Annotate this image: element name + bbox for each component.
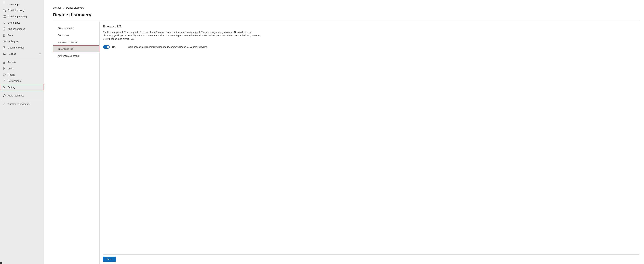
- breadcrumb-device-discovery[interactable]: Device discovery: [66, 6, 84, 9]
- svg-point-26: [4, 53, 4, 53]
- sidebar-item-files[interactable]: Files: [0, 32, 44, 38]
- sidebar-item-label: Policies: [8, 53, 39, 55]
- svg-point-3: [4, 11, 5, 11]
- link-icon: [3, 40, 6, 43]
- gear-icon: [3, 86, 6, 89]
- key-icon: [3, 79, 6, 83]
- grid-icon: [3, 15, 6, 18]
- svg-line-4: [5, 11, 6, 12]
- content-panel: Enterprise IoT Enable enterprise IoT sec…: [100, 21, 639, 264]
- svg-point-28: [4, 54, 5, 55]
- audit-icon: [3, 67, 6, 70]
- health-icon: [3, 73, 6, 76]
- subnav: Discovery setup Exclusions Monitored net…: [53, 21, 100, 264]
- sidebar-item-cloud-discovery[interactable]: Cloud discovery: [0, 7, 44, 13]
- toggle-state-label: On: [112, 46, 122, 48]
- svg-rect-6: [4, 15, 6, 16]
- pencil-icon: [3, 103, 6, 106]
- svg-rect-8: [4, 17, 6, 18]
- sidebar-item-cloud-app-catalog[interactable]: Cloud app catalog: [0, 13, 44, 19]
- svg-line-13: [4, 23, 4, 23]
- sidebar: Cloud apps Cloud discovery Cloud app cat…: [0, 0, 44, 264]
- subnav-label: Exclusions: [58, 34, 69, 36]
- toggle-row: On Gain access to vulnerability data and…: [103, 45, 639, 49]
- svg-point-9: [3, 22, 4, 23]
- svg-point-37: [4, 95, 4, 95]
- breadcrumb: Settings Device discovery: [53, 6, 639, 9]
- sidebar-item-label: Cloud apps: [8, 4, 20, 6]
- sidebar-item-cloud-apps[interactable]: Cloud apps: [0, 4, 44, 7]
- svg-point-11: [4, 23, 5, 24]
- sidebar-item-label: Permissions: [8, 80, 41, 82]
- svg-point-10: [4, 22, 5, 22]
- svg-rect-21: [3, 47, 5, 49]
- enterprise-iot-toggle[interactable]: [103, 45, 110, 49]
- save-button[interactable]: Save: [103, 257, 116, 262]
- svg-point-34: [4, 87, 5, 88]
- svg-rect-7: [3, 17, 4, 18]
- sidebar-item-governance-log[interactable]: Governance log: [0, 44, 44, 51]
- sidebar-item-label: Activity log: [8, 40, 41, 43]
- nav-separator: [2, 100, 41, 100]
- hamburger-menu[interactable]: [0, 0, 44, 4]
- sidebar-item-label: Health: [8, 73, 41, 76]
- subnav-label: Monitored networks: [58, 41, 78, 43]
- section-title: Enterprise IoT: [103, 25, 639, 28]
- footer-bar: Save: [103, 255, 639, 264]
- cloud-discovery-icon: [3, 9, 6, 12]
- svg-line-33: [5, 80, 5, 81]
- oauth-icon: [3, 21, 6, 24]
- sidebar-item-oauth-apps[interactable]: OAuth apps: [0, 19, 44, 26]
- sidebar-item-label: Audit: [8, 67, 41, 70]
- subnav-label: Enterprise IoT: [58, 48, 74, 50]
- sidebar-item-activity-log[interactable]: Activity log: [0, 38, 44, 44]
- sidebar-item-label: Files: [8, 34, 41, 36]
- sidebar-item-permissions[interactable]: Permissions: [0, 78, 44, 84]
- subnav-exclusions[interactable]: Exclusions: [53, 32, 100, 39]
- sidebar-item-label: Cloud app catalog: [8, 15, 41, 18]
- svg-line-12: [4, 22, 4, 22]
- nav-separator: [2, 58, 41, 58]
- breadcrumb-settings[interactable]: Settings: [53, 6, 62, 9]
- subnav-label: Authenticated scans: [58, 55, 79, 57]
- file-icon: [3, 34, 6, 37]
- info-icon: [3, 94, 6, 97]
- sidebar-item-label: OAuth apps: [8, 21, 41, 24]
- sidebar-item-policies[interactable]: Policies: [0, 51, 44, 57]
- subnav-label: Discovery setup: [58, 27, 74, 30]
- sidebar-item-settings[interactable]: Settings: [0, 84, 44, 90]
- chevron-right-icon: [63, 7, 64, 8]
- sidebar-item-label: More resources: [8, 94, 41, 97]
- subnav-authenticated-scans[interactable]: Authenticated scans: [53, 52, 100, 59]
- clipboard-icon: [3, 27, 6, 30]
- toggle-description: Gain access to vulnerability data and re…: [128, 46, 208, 48]
- chart-icon: [3, 61, 6, 64]
- subnav-enterprise-iot[interactable]: Enterprise IoT: [53, 45, 100, 52]
- sidebar-item-customize-navigation[interactable]: Customize navigation: [0, 101, 44, 107]
- subnav-monitored-networks[interactable]: Monitored networks: [53, 39, 100, 45]
- sidebar-item-label: Customize navigation: [8, 103, 41, 105]
- svg-point-29: [4, 68, 5, 69]
- page-title: Device discovery: [53, 12, 639, 17]
- svg-rect-14: [3, 28, 5, 30]
- sidebar-item-label: App governance: [8, 28, 41, 30]
- sidebar-item-more-resources[interactable]: More resources: [0, 92, 44, 99]
- sidebar-item-health[interactable]: Health: [0, 72, 44, 78]
- sidebar-item-label: Reports: [8, 61, 41, 64]
- sidebar-item-label: Cloud discovery: [8, 9, 41, 12]
- chevron-down-icon: [39, 53, 41, 55]
- svg-rect-5: [3, 15, 4, 16]
- clipboard-icon: [3, 46, 6, 49]
- sidebar-item-audit[interactable]: Audit: [0, 65, 44, 72]
- sidebar-item-app-governance[interactable]: App governance: [0, 26, 44, 32]
- subnav-discovery-setup[interactable]: Discovery setup: [53, 25, 100, 32]
- main-area: Settings Device discovery Device discove…: [44, 0, 644, 264]
- section-description: Enable enterprise IoT security with Defe…: [103, 30, 262, 41]
- sidebar-item-label: Governance log: [8, 46, 41, 49]
- sidebar-item-label: Settings: [8, 86, 41, 89]
- sidebar-item-reports[interactable]: Reports: [0, 59, 44, 65]
- svg-line-30: [4, 69, 5, 70]
- hamburger-icon: [3, 1, 6, 3]
- sliders-icon: [3, 52, 6, 55]
